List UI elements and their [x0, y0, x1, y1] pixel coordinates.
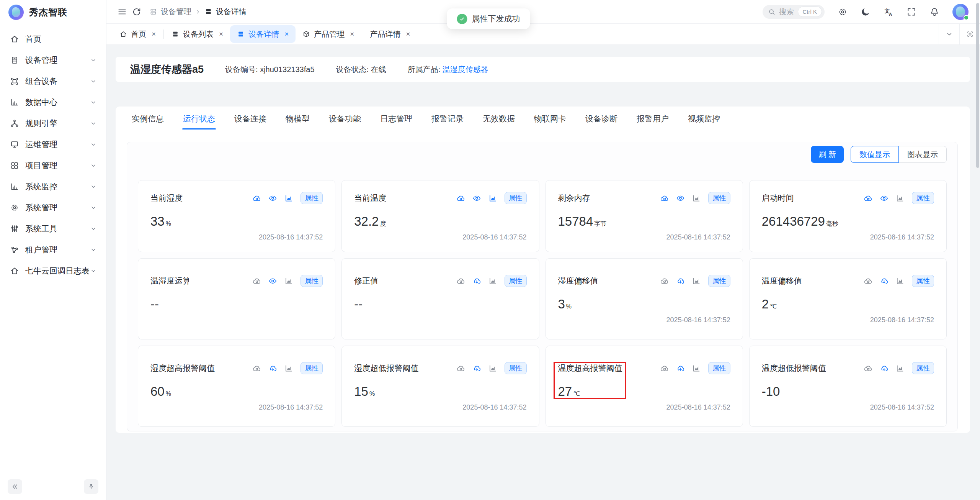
scrollbar-thumb[interactable]: [976, 3, 979, 168]
sidebar-item-system-manage[interactable]: 系统管理: [0, 197, 106, 218]
area-chart-icon[interactable]: [896, 194, 905, 203]
cloud-sync-icon[interactable]: [660, 194, 669, 203]
cloud-download-icon[interactable]: [268, 364, 277, 373]
cloud-sync-icon[interactable]: [660, 277, 669, 285]
property-badge[interactable]: 属性: [708, 362, 730, 374]
eye-icon[interactable]: [472, 194, 481, 203]
property-badge[interactable]: 属性: [912, 192, 934, 204]
sidebar-item-system-monitor[interactable]: 系统监控: [0, 176, 106, 197]
cloud-download-icon[interactable]: [676, 364, 685, 373]
cloud-sync-icon[interactable]: [660, 364, 669, 373]
close-icon[interactable]: ×: [219, 30, 223, 38]
area-chart-icon[interactable]: [284, 277, 293, 285]
tab-alarm-record[interactable]: 报警记录: [431, 107, 464, 130]
tab-thing-model[interactable]: 物模型: [285, 107, 310, 130]
reload-page-button[interactable]: [129, 5, 144, 19]
property-badge[interactable]: 属性: [301, 362, 323, 374]
property-badge[interactable]: 属性: [505, 362, 527, 374]
sidebar-item-ops-manage[interactable]: 运维管理: [0, 134, 106, 155]
page-scrollbar[interactable]: [975, 0, 980, 500]
breadcrumb-device-manage[interactable]: 设备管理: [149, 7, 191, 17]
property-badge[interactable]: 属性: [301, 275, 323, 287]
tab-iot-card[interactable]: 物联网卡: [533, 107, 567, 130]
cloud-download-icon[interactable]: [880, 364, 889, 373]
tab-device-list[interactable]: 设备列表 ×: [165, 25, 230, 43]
settings-gear-icon[interactable]: [838, 7, 848, 17]
eye-icon[interactable]: [880, 194, 889, 203]
property-badge[interactable]: 属性: [301, 192, 323, 204]
tab-product-detail[interactable]: 产品详情 ×: [363, 25, 417, 43]
sidebar-item-combo-device[interactable]: 组合设备: [0, 70, 106, 92]
area-chart-icon[interactable]: [692, 364, 701, 373]
area-chart-icon[interactable]: [488, 364, 497, 373]
close-icon[interactable]: ×: [406, 30, 410, 38]
cloud-download-icon[interactable]: [472, 364, 481, 373]
property-badge[interactable]: 属性: [708, 192, 730, 204]
refresh-button[interactable]: 刷 新: [811, 146, 844, 163]
tab-device-connection[interactable]: 设备连接: [234, 107, 267, 130]
tab-device-function[interactable]: 设备功能: [328, 107, 362, 130]
numeric-display-button[interactable]: 数值显示: [851, 146, 899, 163]
tab-invalid-data[interactable]: 无效数据: [482, 107, 516, 130]
tab-instance-info[interactable]: 实例信息: [131, 107, 165, 130]
translate-icon[interactable]: [884, 7, 893, 17]
tab-alarm-user[interactable]: 报警用户: [636, 107, 670, 130]
close-icon[interactable]: ×: [284, 30, 289, 38]
sidebar-item-system-tools[interactable]: 系统工具: [0, 218, 106, 239]
sidebar-item-device-manage[interactable]: 设备管理: [0, 49, 106, 70]
fullscreen-icon[interactable]: [906, 7, 916, 17]
property-badge[interactable]: 属性: [912, 362, 934, 374]
notification-bell-icon[interactable]: [929, 7, 939, 17]
tab-device-detail[interactable]: 设备详情 ×: [230, 25, 296, 43]
cloud-sync-icon[interactable]: [864, 194, 872, 203]
area-chart-icon[interactable]: [284, 194, 293, 203]
area-chart-icon[interactable]: [692, 194, 701, 203]
cloud-sync-icon[interactable]: [864, 277, 872, 285]
tab-running-status[interactable]: 运行状态: [182, 107, 216, 130]
eye-icon[interactable]: [268, 194, 277, 203]
sidebar-item-project-manage[interactable]: 项目管理: [0, 155, 106, 176]
property-badge[interactable]: 属性: [505, 192, 527, 204]
search-input[interactable]: 搜索 Ctrl K: [763, 5, 825, 19]
sidebar-item-rule-engine[interactable]: 规则引擎: [0, 113, 106, 134]
area-chart-icon[interactable]: [692, 277, 701, 285]
cloud-download-icon[interactable]: [472, 277, 481, 285]
eye-icon[interactable]: [676, 194, 685, 203]
pin-sidebar-button[interactable]: [84, 479, 98, 494]
sidebar-item-tenant-manage[interactable]: 租户管理: [0, 239, 106, 260]
tab-home[interactable]: 首页 ×: [113, 25, 163, 43]
close-icon[interactable]: ×: [152, 30, 156, 38]
sidebar-item-home[interactable]: 首页: [0, 28, 106, 49]
cloud-sync-icon[interactable]: [456, 364, 465, 373]
dark-mode-moon-icon[interactable]: [861, 7, 871, 17]
cloud-download-icon[interactable]: [676, 277, 685, 285]
chart-display-button[interactable]: 图表显示: [899, 146, 947, 163]
tab-device-diagnosis[interactable]: 设备诊断: [585, 107, 618, 130]
cloud-download-icon[interactable]: [880, 277, 889, 285]
menu-toggle-button[interactable]: [115, 5, 129, 19]
cloud-sync-icon[interactable]: [456, 194, 465, 203]
cloud-sync-icon[interactable]: [864, 364, 872, 373]
sidebar-item-qiniu-log[interactable]: 七牛云回调日志表: [0, 260, 106, 281]
tab-log-manage[interactable]: 日志管理: [379, 107, 413, 130]
product-link[interactable]: 温湿度传感器: [443, 65, 488, 74]
tab-product-manage[interactable]: 产品管理 ×: [296, 25, 361, 43]
cloud-sync-icon[interactable]: [252, 194, 261, 203]
area-chart-icon[interactable]: [896, 364, 905, 373]
cloud-sync-icon[interactable]: [456, 277, 465, 285]
user-avatar[interactable]: [952, 4, 969, 20]
breadcrumb-device-detail[interactable]: 设备详情: [204, 7, 247, 17]
tab-video-monitor[interactable]: 视频监控: [687, 107, 721, 130]
cloud-sync-icon[interactable]: [252, 277, 261, 285]
property-badge[interactable]: 属性: [708, 275, 730, 287]
property-badge[interactable]: 属性: [505, 275, 527, 287]
area-chart-icon[interactable]: [284, 364, 293, 373]
tab-list-dropdown-button[interactable]: [939, 24, 959, 44]
property-badge[interactable]: 属性: [912, 275, 934, 287]
sidebar-item-data-center[interactable]: 数据中心: [0, 92, 106, 113]
eye-icon[interactable]: [268, 277, 277, 285]
area-chart-icon[interactable]: [488, 277, 497, 285]
area-chart-icon[interactable]: [896, 277, 905, 285]
cloud-sync-icon[interactable]: [252, 364, 261, 373]
close-icon[interactable]: ×: [350, 30, 354, 38]
